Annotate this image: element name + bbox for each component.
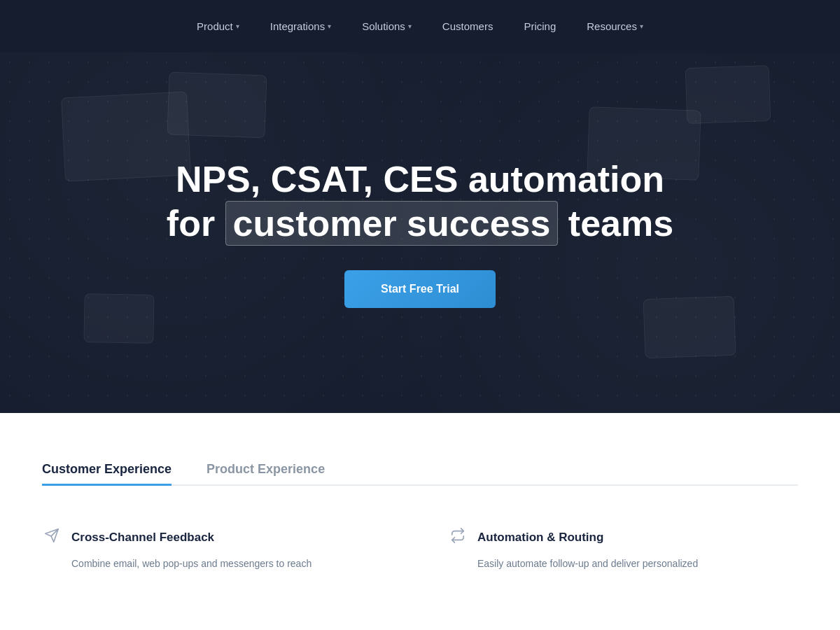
nav-link-solutions[interactable]: Solutions ▾ xyxy=(349,15,424,38)
chevron-down-icon: ▾ xyxy=(640,22,643,30)
hero-title: NPS, CSAT, CES automation for customer s… xyxy=(167,158,673,245)
nav-item-customers[interactable]: Customers xyxy=(430,15,506,38)
hero-title-line2-after: teams xyxy=(568,203,673,244)
send-icon xyxy=(42,528,62,547)
nav-label-pricing: Pricing xyxy=(524,20,556,32)
nav-link-integrations[interactable]: Integrations ▾ xyxy=(258,15,344,38)
features-grid: Cross-Channel Feedback Combine email, we… xyxy=(42,528,798,571)
feature-cross-channel-desc: Combine email, web pop-ups and messenger… xyxy=(42,556,392,571)
hero-title-line1: NPS, CSAT, CES automation xyxy=(176,159,664,200)
nav-item-product[interactable]: Product ▾ xyxy=(184,15,252,38)
nav-link-product[interactable]: Product ▾ xyxy=(184,15,252,38)
hero-section: NPS, CSAT, CES automation for customer s… xyxy=(0,52,840,413)
start-free-trial-button[interactable]: Start Free Trial xyxy=(344,270,496,308)
nav-item-solutions[interactable]: Solutions ▾ xyxy=(349,15,424,38)
nav-label-solutions: Solutions xyxy=(362,20,405,32)
nav-label-resources: Resources xyxy=(587,20,637,32)
nav-item-integrations[interactable]: Integrations ▾ xyxy=(258,15,344,38)
chevron-down-icon: ▾ xyxy=(328,22,331,30)
nav-label-customers: Customers xyxy=(442,20,493,32)
hero-card-2 xyxy=(167,72,267,139)
chevron-down-icon: ▾ xyxy=(236,22,239,30)
nav-item-resources[interactable]: Resources ▾ xyxy=(574,15,656,38)
feature-automation-title: Automation & Routing xyxy=(477,531,603,545)
feature-cross-channel: Cross-Channel Feedback Combine email, we… xyxy=(42,528,392,571)
routing-icon xyxy=(448,528,468,547)
nav-link-pricing[interactable]: Pricing xyxy=(511,15,568,38)
tab-product-experience[interactable]: Product Experience xyxy=(206,455,325,486)
hero-title-line2-before: for xyxy=(167,203,215,244)
hero-title-highlighted: customer success xyxy=(225,201,559,246)
feature-cross-channel-header: Cross-Channel Feedback xyxy=(42,528,392,547)
navigation: Product ▾ Integrations ▾ Solutions ▾ Cus… xyxy=(0,0,840,52)
nav-label-integrations: Integrations xyxy=(270,20,325,32)
nav-label-product: Product xyxy=(197,20,233,32)
nav-link-resources[interactable]: Resources ▾ xyxy=(574,15,656,38)
hero-content: NPS, CSAT, CES automation for customer s… xyxy=(167,158,673,308)
hero-card-5 xyxy=(83,293,154,344)
tabs-bar: Customer Experience Product Experience xyxy=(42,455,798,486)
content-section: Customer Experience Product Experience C… xyxy=(0,413,840,599)
nav-link-customers[interactable]: Customers xyxy=(430,15,506,38)
chevron-down-icon: ▾ xyxy=(408,22,412,30)
nav-links: Product ▾ Integrations ▾ Solutions ▾ Cus… xyxy=(184,15,656,38)
feature-automation-header: Automation & Routing xyxy=(448,528,798,547)
hero-card-4 xyxy=(685,65,771,124)
feature-automation: Automation & Routing Easily automate fol… xyxy=(448,528,798,571)
feature-automation-desc: Easily automate follow-up and deliver pe… xyxy=(448,556,798,571)
nav-item-pricing[interactable]: Pricing xyxy=(511,15,568,38)
tab-customer-experience[interactable]: Customer Experience xyxy=(42,455,172,486)
feature-cross-channel-title: Cross-Channel Feedback xyxy=(71,531,214,545)
